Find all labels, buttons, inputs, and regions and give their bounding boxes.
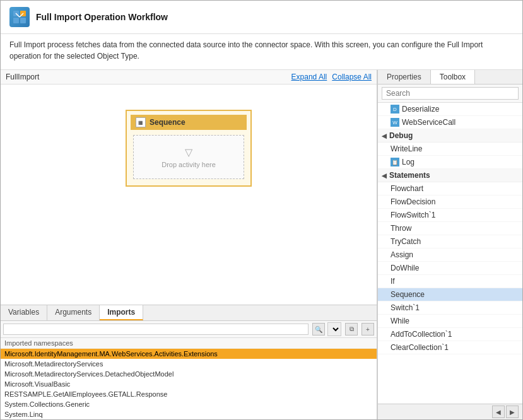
right-tab-bar: Properties Toolbox — [378, 70, 522, 85]
imports-add-button[interactable]: + — [361, 323, 374, 335]
arrow-icon: ◀ — [382, 132, 387, 139]
imports-content: 🔍 ⧉ + Imported namespaces Microsoft.Iden… — [1, 321, 377, 419]
toolbox-item-label: WriteLine — [391, 144, 422, 153]
toolbox-item-deserialize[interactable]: D Deserialize — [378, 103, 522, 116]
toolbox-item-while[interactable]: While — [378, 315, 522, 328]
description-text: Full Import process fetches data from th… — [1, 34, 522, 70]
sequence-title: Sequence — [150, 118, 185, 127]
imports-item[interactable]: Microsoft.VisualBasic — [1, 379, 377, 389]
app-icon — [9, 7, 30, 27]
toolbox-item-writeline[interactable]: WriteLine — [378, 143, 522, 156]
sequence-header: ▦ Sequence — [131, 115, 247, 130]
toolbox-item-addtocollection[interactable]: AddToCollection`1 — [378, 328, 522, 341]
imports-copy-button[interactable]: ⧉ — [345, 323, 358, 335]
imports-item[interactable]: Microsoft.MetadirectoryServices — [1, 359, 377, 369]
imports-search-bar: 🔍 ⧉ + — [1, 321, 377, 338]
svg-rect-2 — [13, 18, 19, 23]
toolbox-item-label: While — [391, 317, 409, 325]
log-icon: 📋 — [391, 158, 399, 166]
drop-arrow-icon: ▽ — [185, 146, 192, 158]
toolbox-item-log[interactable]: 📋 Log — [378, 156, 522, 169]
sequence-icon: ▦ — [136, 117, 146, 127]
toolbox-item-label: Deserialize — [402, 105, 439, 114]
toolbox-search-bar — [378, 85, 522, 103]
toolbox-item-webservicecall[interactable]: W WebServiceCall — [378, 116, 522, 129]
toolbox-item-clearcollection[interactable]: ClearCollection`1 — [378, 341, 522, 354]
toolbox-scroll-area: D Deserialize W WebServiceCall ◀ Debug W… — [378, 103, 522, 404]
svg-rect-3 — [20, 18, 26, 23]
toolbox-search-input[interactable] — [382, 87, 519, 100]
imports-item[interactable]: System.Collections.Generic — [1, 399, 377, 409]
expand-all-button[interactable]: Expand All — [291, 73, 327, 81]
imports-search-input[interactable] — [3, 324, 309, 335]
right-panel: Properties Toolbox D Deserialize W We — [377, 70, 522, 419]
deserialize-icon: D — [391, 105, 399, 114]
tab-toolbox[interactable]: Toolbox — [431, 70, 475, 84]
imports-item[interactable]: System.Linq — [1, 409, 377, 419]
imports-item[interactable]: Microsoft.IdentityManagement.MA.WebServi… — [1, 349, 377, 359]
group-label: Debug — [389, 131, 413, 140]
toolbox-list: D Deserialize W WebServiceCall ◀ Debug W… — [378, 103, 522, 404]
toolbox-item-if[interactable]: If — [378, 275, 522, 288]
imports-item[interactable]: RESTSAMPLE.GetAllEmployees.GETALL.Respon… — [1, 389, 377, 399]
toolbox-item-sequence[interactable]: Sequence — [378, 288, 522, 301]
tab-variables[interactable]: Variables — [1, 305, 47, 320]
toolbox-item-label: TryCatch — [391, 237, 421, 246]
search-imports-button[interactable]: 🔍 — [312, 323, 325, 335]
toolbox-item-label: Assign — [391, 250, 413, 259]
bottom-tab-bar: Variables Arguments Imports — [1, 305, 377, 321]
drop-hint-text: Drop activity here — [162, 161, 216, 168]
toolbox-item-dowhile[interactable]: DoWhile — [378, 262, 522, 275]
tab-imports[interactable]: Imports — [100, 305, 143, 320]
right-panel-bottom-nav: ◀ ▶ — [378, 404, 522, 419]
toolbox-group-debug[interactable]: ◀ Debug — [378, 129, 522, 143]
tab-properties[interactable]: Properties — [378, 70, 431, 84]
toolbox-item-label: Flowchart — [391, 184, 423, 193]
sequence-activity[interactable]: ▦ Sequence ▽ Drop activity here — [126, 110, 252, 187]
imports-item[interactable]: Microsoft.MetadirectoryServices.Detached… — [1, 369, 377, 379]
toolbox-item-label: FlowDecision — [391, 197, 435, 206]
toolbox-item-throw[interactable]: Throw — [378, 222, 522, 235]
main-area: FullImport Expand All Collapse All ▦ Seq… — [1, 70, 522, 419]
drop-zone[interactable]: ▽ Drop activity here — [133, 135, 244, 179]
designer-actions: Expand All Collapse All — [291, 73, 372, 81]
toolbox-item-assign[interactable]: Assign — [378, 248, 522, 262]
imports-list: Imported namespaces Microsoft.IdentityMa… — [1, 338, 377, 419]
toolbox-item-flowdecision[interactable]: FlowDecision — [378, 195, 522, 209]
bottom-panel: Variables Arguments Imports 🔍 ⧉ + — [1, 305, 377, 419]
toolbox-item-label: Throw — [391, 224, 411, 233]
imports-list-header: Imported namespaces — [1, 338, 377, 349]
toolbox-item-label: ClearCollection`1 — [391, 343, 449, 352]
window-title: Full Import Operation Workflow — [36, 12, 168, 22]
toolbox-item-label: AddToCollection`1 — [391, 330, 452, 339]
toolbox-group-statements[interactable]: ◀ Statements — [378, 169, 522, 182]
title-bar: Full Import Operation Workflow — [1, 1, 522, 34]
group-label: Statements — [389, 171, 430, 180]
toolbox-item-flowchart[interactable]: Flowchart — [378, 182, 522, 195]
toolbox-item-switch[interactable]: Switch`1 — [378, 301, 522, 315]
designer-panel: FullImport Expand All Collapse All ▦ Seq… — [1, 70, 377, 419]
toolbox-item-label: FlowSwitch`1 — [391, 211, 435, 219]
webservicecall-icon: W — [391, 118, 399, 127]
toolbox-item-flowswitch[interactable]: FlowSwitch`1 — [378, 209, 522, 222]
designer-toolbar: FullImport Expand All Collapse All — [1, 70, 377, 85]
designer-canvas: ▦ Sequence ▽ Drop activity here — [1, 85, 377, 305]
scroll-left-button[interactable]: ◀ — [492, 405, 505, 418]
toolbox-item-label: Sequence — [391, 290, 425, 299]
toolbox-item-trycatch[interactable]: TryCatch — [378, 235, 522, 248]
scroll-right-button[interactable]: ▶ — [506, 405, 519, 418]
imports-dropdown[interactable] — [327, 322, 341, 336]
breadcrumb: FullImport — [6, 73, 39, 81]
toolbox-item-label: If — [391, 277, 395, 286]
toolbox-item-label: Log — [402, 158, 414, 166]
toolbox-item-label: DoWhile — [391, 264, 419, 272]
tab-arguments[interactable]: Arguments — [47, 305, 100, 320]
collapse-all-button[interactable]: Collapse All — [332, 73, 372, 81]
arrow-icon: ◀ — [382, 172, 387, 179]
toolbox-item-label: Switch`1 — [391, 303, 420, 312]
toolbox-item-label: WebServiceCall — [402, 118, 455, 127]
main-window: Full Import Operation Workflow Full Impo… — [0, 0, 523, 420]
